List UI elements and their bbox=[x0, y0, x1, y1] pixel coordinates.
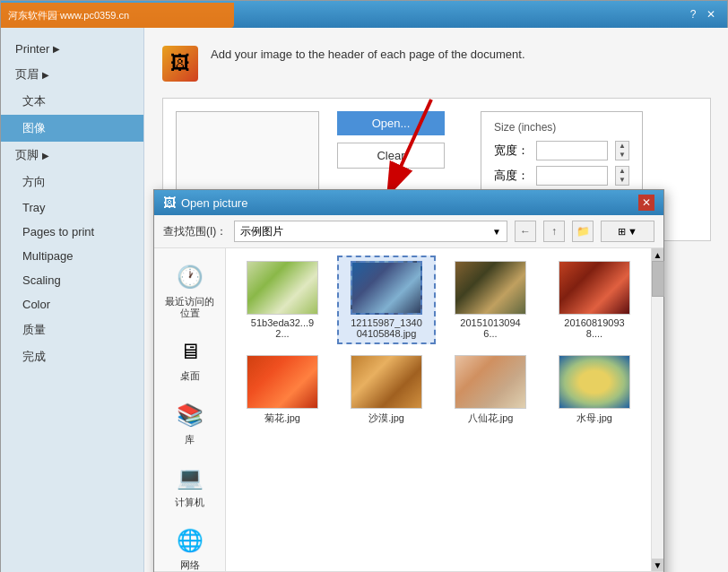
file-name-2: 12115987_134004105848.jpg bbox=[351, 317, 422, 339]
file-name-6: 沙漠.jpg bbox=[368, 412, 404, 425]
nav-up-button[interactable]: ↑ bbox=[543, 221, 565, 242]
dialog-close-button[interactable]: ✕ bbox=[638, 195, 654, 211]
scrollbar-up-button[interactable]: ▲ bbox=[652, 248, 663, 261]
library-label: 库 bbox=[185, 434, 195, 446]
dialog-toolbar: 查找范围(I)： 示例图片 ▼ ← ↑ 📁 ⊞ ▼ bbox=[154, 215, 663, 248]
path-combo[interactable]: 示例图片 ▼ bbox=[234, 221, 507, 242]
file-thumb-1 bbox=[247, 261, 318, 315]
file-item-8[interactable]: 水母.jpg bbox=[545, 350, 644, 430]
file-thumb-4 bbox=[559, 261, 630, 315]
nav-item-library[interactable]: 📚 库 bbox=[159, 395, 221, 449]
network-icon: 🌐 bbox=[174, 524, 206, 557]
files-area: 51b3eda32...92... 12115987_134004105848.… bbox=[226, 248, 651, 571]
file-name-7: 八仙花.jpg bbox=[468, 412, 514, 425]
file-item-1[interactable]: 51b3eda32...92... bbox=[233, 256, 332, 344]
file-thumb-6 bbox=[351, 355, 422, 409]
scrollbar-down-button[interactable]: ▼ bbox=[652, 559, 663, 571]
file-name-1: 51b3eda32...92... bbox=[247, 317, 318, 339]
file-thumb-8 bbox=[559, 355, 630, 409]
file-item-6[interactable]: 沙漠.jpg bbox=[337, 350, 436, 430]
nav-back-button[interactable]: ← bbox=[515, 221, 536, 242]
scrollbar-thumb[interactable] bbox=[652, 261, 664, 297]
dialog-body: 🕐 最近访问的位置 🖥 桌面 📚 库 💻 计算机 bbox=[154, 248, 663, 571]
library-icon: 📚 bbox=[174, 399, 206, 431]
network-label: 网络 bbox=[180, 559, 200, 571]
dialog-title-text: Open picture bbox=[181, 196, 638, 210]
file-thumb-7 bbox=[455, 355, 526, 409]
file-thumb-5 bbox=[247, 355, 318, 409]
file-name-8: 水母.jpg bbox=[576, 412, 612, 425]
dialog-scrollbar: ▲ ▼ bbox=[651, 248, 663, 571]
computer-label: 计算机 bbox=[175, 497, 204, 508]
dialog-overlay: 🖼 Open picture ✕ 查找范围(I)： 示例图片 ▼ ← ↑ 📁 ⊞… bbox=[1, 1, 728, 572]
main-window: Print PDF ? ✕ 河东软件园 www.pc0359.cn Printe… bbox=[0, 0, 728, 572]
dialog-nav: 🕐 最近访问的位置 🖥 桌面 📚 库 💻 计算机 bbox=[154, 248, 226, 571]
recent-icon: 🕐 bbox=[174, 261, 206, 293]
nav-item-desktop[interactable]: 🖥 桌面 bbox=[159, 332, 221, 386]
file-name-5: 菊花.jpg bbox=[264, 412, 300, 425]
scrollbar-track[interactable] bbox=[652, 261, 663, 559]
file-item-3[interactable]: 201510130946... bbox=[441, 256, 540, 344]
dialog-title-bar: 🖼 Open picture ✕ bbox=[154, 190, 663, 215]
nav-item-computer[interactable]: 💻 计算机 bbox=[159, 458, 221, 512]
recent-label: 最近访问的位置 bbox=[162, 296, 218, 319]
lookup-label: 查找范围(I)： bbox=[163, 224, 227, 239]
file-name-3: 201510130946... bbox=[455, 317, 526, 339]
file-name-4: 201608190938.... bbox=[559, 317, 630, 339]
file-item-2[interactable]: 12115987_134004105848.jpg bbox=[337, 256, 436, 344]
file-thumb-2 bbox=[351, 261, 422, 315]
create-folder-button[interactable]: 📁 bbox=[572, 221, 594, 242]
desktop-label: 桌面 bbox=[180, 370, 200, 382]
file-item-7[interactable]: 八仙花.jpg bbox=[441, 350, 540, 430]
file-thumb-3 bbox=[455, 261, 526, 315]
dialog-title-icon: 🖼 bbox=[163, 195, 176, 210]
file-item-4[interactable]: 201608190938.... bbox=[545, 256, 644, 344]
view-combo[interactable]: ⊞ ▼ bbox=[601, 221, 654, 242]
file-item-5[interactable]: 菊花.jpg bbox=[233, 350, 332, 430]
current-path-text: 示例图片 bbox=[240, 224, 283, 239]
view-arrow: ▼ bbox=[628, 226, 637, 237]
desktop-icon: 🖥 bbox=[174, 335, 206, 368]
open-picture-dialog: 🖼 Open picture ✕ 查找范围(I)： 示例图片 ▼ ← ↑ 📁 ⊞… bbox=[153, 189, 664, 572]
nav-item-network[interactable]: 🌐 网络 bbox=[159, 521, 221, 572]
view-icon: ⊞ bbox=[618, 226, 626, 238]
path-combo-arrow: ▼ bbox=[492, 227, 501, 237]
nav-item-recent[interactable]: 🕐 最近访问的位置 bbox=[159, 257, 221, 323]
files-grid: 51b3eda32...92... 12115987_134004105848.… bbox=[233, 256, 644, 430]
computer-icon: 💻 bbox=[174, 462, 206, 494]
